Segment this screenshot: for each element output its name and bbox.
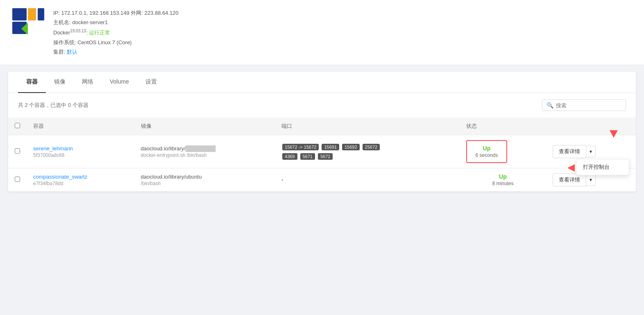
tab-containers[interactable]: 容器 (18, 72, 46, 93)
main-card: 容器 镜像 网络 Volume 设置 共 2 个容器，已选中 0 个容器 🔍 容… (8, 72, 636, 192)
open-console-menu-item[interactable]: 打开控制台 (576, 159, 629, 175)
row1-detail-button[interactable]: 查看详情 (553, 145, 586, 158)
docker-status[interactable]: 运行正常 (89, 29, 110, 36)
red-arrow-down-icon (610, 130, 618, 138)
row1-image-cmd: docker-entrypoint.sh /bin/bash (141, 152, 268, 158)
row2-status-text: Up (466, 173, 540, 180)
th-checkbox (8, 118, 27, 135)
row1-select-checkbox[interactable] (15, 148, 20, 154)
svg-rect-0 (12, 8, 27, 20)
row2-status-time: 8 minutes (466, 181, 540, 186)
th-actions (546, 118, 636, 135)
port-badge: 15672 -> 15672 (282, 144, 319, 150)
port-badge: 15692 (342, 144, 360, 150)
port-badge: 25672 (363, 144, 380, 150)
svg-rect-4 (38, 8, 44, 20)
cluster-link[interactable]: 默认 (67, 49, 77, 55)
row2-image-name: daocloud.io/library/ubuntu (141, 174, 268, 180)
select-all-checkbox[interactable] (15, 123, 20, 128)
row2-image: daocloud.io/library/ubuntu /bin/bash (134, 168, 275, 192)
server-docker: Docker19.03.13: 运行正常 (53, 27, 179, 38)
table-header-row: 容器 镜像 端口 状态 (8, 118, 636, 135)
th-container: 容器 (27, 118, 134, 135)
row2-detail-button[interactable]: 查看详情 (553, 173, 586, 186)
row1-image: daocloud.io/library/████████ docker-entr… (134, 135, 275, 168)
row2-ports-dash: - (281, 177, 283, 183)
port-badge: 5672 (318, 153, 333, 160)
th-port: 端口 (275, 118, 460, 135)
svg-rect-1 (28, 8, 36, 20)
table-toolbar: 共 2 个容器，已选中 0 个容器 🔍 (8, 93, 636, 118)
th-image: 镜像 (134, 118, 275, 135)
row1-ports: 15672 -> 15672 15691 15692 25672 4369 56… (275, 135, 460, 168)
port-badge: 5671 (300, 153, 315, 160)
row1-actions: 查看详情 ▾ 打开控制台 (546, 135, 636, 168)
tab-images[interactable]: 镜像 (46, 72, 74, 93)
server-info-card: IP: 172.17.0.1, 192.168.153.149 外网: 223.… (0, 0, 644, 65)
server-details: IP: 172.17.0.1, 192.168.153.149 外网: 223.… (53, 8, 179, 57)
server-os: 操作系统: CentOS Linux 7 (Core) (53, 38, 179, 47)
row2-dropdown-button[interactable]: ▾ (586, 174, 596, 186)
row2-id: e7f34fba78dd (33, 181, 128, 186)
row2-select-checkbox[interactable] (15, 177, 20, 182)
row2-checkbox (8, 168, 27, 192)
row1-dropdown-menu: 打开控制台 (576, 159, 629, 175)
row2-buttons: 查看详情 ▾ (553, 173, 629, 186)
table-summary: 共 2 个容器，已选中 0 个容器 (18, 102, 88, 109)
red-arrow-left-icon (567, 164, 575, 172)
tab-volume[interactable]: Volume (102, 72, 137, 93)
server-hostname: 主机名: docker-server1 (53, 18, 179, 27)
row1-id: 5f37000adc68 (33, 152, 128, 158)
row1-checkbox (8, 135, 27, 168)
row1-dropdown-button[interactable]: ▾ (586, 146, 596, 157)
row1-status-time: 6 seconds (474, 152, 499, 158)
arrow-left-indicator (567, 164, 575, 172)
row2-container: compassionate_swartz e7f34fba78dd (27, 168, 134, 192)
server-logo (12, 8, 45, 37)
row2-status-cell: Up 8 minutes (460, 168, 546, 192)
row1-action-group: 查看详情 ▾ 打开控制台 (553, 145, 629, 158)
server-ip: IP: 172.17.0.1, 192.168.153.149 外网: 223.… (53, 8, 179, 18)
tab-network[interactable]: 网络 (74, 72, 102, 93)
port-badge: 4369 (282, 153, 297, 160)
arrow-down-indicator (610, 130, 618, 138)
row1-status-text: Up (474, 145, 499, 152)
row1-buttons: 查看详情 ▾ (553, 145, 629, 158)
row1-image-name: daocloud.io/library/████████ (141, 145, 268, 152)
tab-bar: 容器 镜像 网络 Volume 设置 (8, 72, 636, 93)
row1-name[interactable]: serene_lehmann (33, 145, 128, 152)
table-row: compassionate_swartz e7f34fba78dd daoclo… (8, 168, 636, 192)
search-icon: 🔍 (546, 102, 553, 109)
row1-container: serene_lehmann 5f37000adc68 (27, 135, 134, 168)
containers-table: 容器 镜像 端口 状态 serene_lehmann 5f37000adc68 … (8, 118, 636, 192)
row1-status-highlighted: Up 6 seconds (466, 140, 507, 163)
row2-ports: - (275, 168, 460, 192)
table-row: serene_lehmann 5f37000adc68 daocloud.io/… (8, 135, 636, 168)
row2-name[interactable]: compassionate_swartz (33, 174, 128, 180)
search-input[interactable] (556, 102, 621, 109)
row1-status-cell: Up 6 seconds (460, 135, 546, 168)
tab-settings[interactable]: 设置 (137, 72, 165, 93)
port-badge: 15691 (322, 144, 339, 150)
server-cluster: 集群: 默认 (53, 47, 179, 57)
row1-ports-list: 15672 -> 15672 15691 15692 25672 4369 56… (281, 143, 384, 161)
th-status: 状态 (460, 118, 546, 135)
search-box[interactable]: 🔍 (542, 100, 626, 111)
row2-image-cmd: /bin/bash (141, 181, 268, 186)
